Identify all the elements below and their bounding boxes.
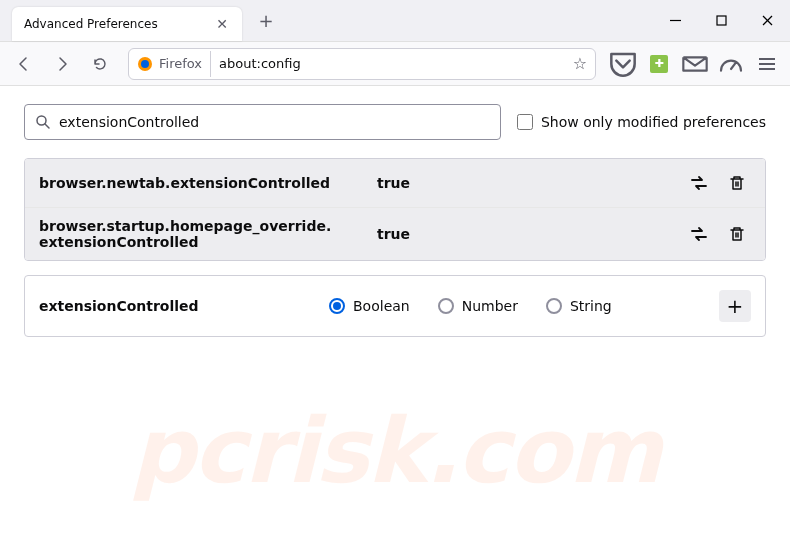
search-row: Show only modified preferences: [24, 104, 766, 140]
app-menu-button[interactable]: [752, 49, 782, 79]
navigation-toolbar: Firefox ☆ ✚: [0, 42, 790, 86]
new-tab-button[interactable]: +: [252, 7, 280, 35]
type-label: String: [570, 298, 612, 314]
new-preference-row: extensionControlled Boolean Number Strin…: [24, 275, 766, 337]
inbox-icon[interactable]: [680, 49, 710, 79]
preferences-table: browser.newtab.extensionControlled true …: [24, 158, 766, 261]
show-modified-checkbox[interactable]: Show only modified preferences: [517, 114, 766, 130]
url-input[interactable]: [219, 56, 565, 71]
radio-icon: [438, 298, 454, 314]
close-tab-icon[interactable]: ✕: [214, 16, 230, 32]
svg-point-5: [141, 60, 149, 68]
config-content: Show only modified preferences browser.n…: [0, 86, 790, 355]
search-icon: [35, 114, 51, 130]
tab-title: Advanced Preferences: [24, 17, 214, 31]
radio-icon: [546, 298, 562, 314]
new-preference-name: extensionControlled: [39, 298, 329, 314]
preference-value: true: [369, 175, 685, 191]
delete-button[interactable]: [723, 220, 751, 248]
maximize-window-button[interactable]: [698, 0, 744, 42]
add-preference-button[interactable]: +: [719, 290, 751, 322]
type-label: Boolean: [353, 298, 410, 314]
preference-row: browser.startup.homepage_override. exten…: [25, 208, 765, 260]
type-option-boolean[interactable]: Boolean: [329, 298, 410, 314]
preference-name: browser.startup.homepage_override. exten…: [39, 218, 369, 250]
show-modified-input[interactable]: [517, 114, 533, 130]
browser-tab[interactable]: Advanced Preferences ✕: [12, 7, 242, 41]
type-option-number[interactable]: Number: [438, 298, 518, 314]
back-button[interactable]: [8, 48, 40, 80]
watermark-text: pcrisk.com: [130, 398, 660, 503]
toggle-button[interactable]: [685, 169, 713, 197]
preference-name: browser.newtab.extensionControlled: [39, 175, 369, 191]
reload-button[interactable]: [84, 48, 116, 80]
dashboard-icon[interactable]: [716, 49, 746, 79]
svg-rect-1: [717, 16, 726, 25]
search-input[interactable]: [59, 114, 490, 130]
extension-icon[interactable]: ✚: [644, 49, 674, 79]
search-box[interactable]: [24, 104, 501, 140]
preference-actions: [685, 220, 751, 248]
type-options: Boolean Number String: [329, 298, 707, 314]
close-window-button[interactable]: [744, 0, 790, 42]
preference-row: browser.newtab.extensionControlled true: [25, 159, 765, 208]
firefox-icon: [137, 56, 153, 72]
bookmark-star-icon[interactable]: ☆: [573, 54, 587, 73]
preference-value: true: [369, 226, 685, 242]
forward-button[interactable]: [46, 48, 78, 80]
identity-label: Firefox: [159, 56, 202, 71]
identity-box[interactable]: Firefox: [137, 51, 211, 77]
toggle-button[interactable]: [685, 220, 713, 248]
radio-icon: [329, 298, 345, 314]
address-bar[interactable]: Firefox ☆: [128, 48, 596, 80]
pocket-icon[interactable]: [608, 49, 638, 79]
type-label: Number: [462, 298, 518, 314]
minimize-window-button[interactable]: [652, 0, 698, 42]
svg-line-7: [45, 124, 49, 128]
preference-actions: [685, 169, 751, 197]
type-option-string[interactable]: String: [546, 298, 612, 314]
show-modified-label: Show only modified preferences: [541, 114, 766, 130]
window-titlebar: Advanced Preferences ✕ +: [0, 0, 790, 42]
delete-button[interactable]: [723, 169, 751, 197]
